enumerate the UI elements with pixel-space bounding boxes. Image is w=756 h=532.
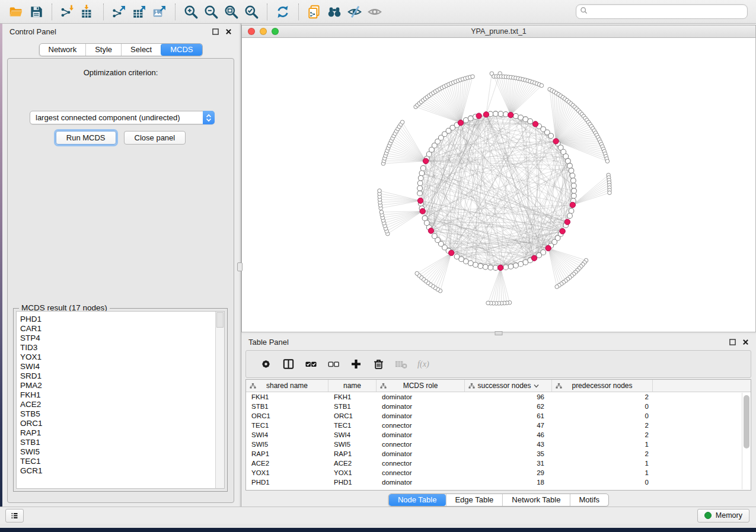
column-header-shared-name[interactable]: shared name <box>246 380 328 392</box>
table-scrollbar-thumb[interactable] <box>744 395 749 448</box>
list-item[interactable]: PMA2 <box>20 381 215 390</box>
export-image-icon[interactable] <box>149 2 170 21</box>
table-cell[interactable]: 62 <box>465 403 552 410</box>
list-item[interactable]: TEC1 <box>20 457 215 466</box>
table-cell[interactable]: FKH1 <box>246 393 328 400</box>
table-cell[interactable]: 1 <box>552 469 653 476</box>
table-row[interactable]: TEC1TEC1connector472 <box>246 421 751 430</box>
close-panel-button[interactable]: Close panel <box>124 131 186 145</box>
list-item[interactable]: TID3 <box>20 343 215 352</box>
tab-style[interactable]: Style <box>85 44 121 56</box>
table-cell[interactable]: 0 <box>552 412 653 419</box>
combo-stepper-icon[interactable] <box>203 111 215 124</box>
table-cell[interactable]: YOX1 <box>328 469 377 476</box>
float-table-panel-icon[interactable] <box>729 339 736 345</box>
table-cell[interactable]: PHD1 <box>328 479 377 486</box>
table-cell[interactable]: dominator <box>377 431 465 438</box>
delete-table-icon[interactable] <box>390 353 412 376</box>
table-cell[interactable]: connector <box>377 441 465 448</box>
show-eye-icon[interactable] <box>365 2 385 21</box>
list-item[interactable]: ACE2 <box>20 400 215 409</box>
table-cell[interactable]: TEC1 <box>328 422 377 429</box>
table-cell[interactable]: 35 <box>465 450 552 457</box>
table-cell[interactable]: connector <box>377 422 465 429</box>
table-cell[interactable]: SWI5 <box>246 441 328 448</box>
table-cell[interactable]: dominator <box>377 479 465 486</box>
result-scrollbar[interactable] <box>215 312 224 488</box>
binoculars-icon[interactable] <box>324 2 344 21</box>
horizontal-splitter-handle[interactable] <box>495 331 503 335</box>
table-cell[interactable]: connector <box>377 460 465 467</box>
zoom-selected-icon[interactable] <box>241 2 261 21</box>
table-cell[interactable]: 2 <box>552 422 653 429</box>
list-item[interactable]: ORC1 <box>20 419 215 428</box>
tab-motifs[interactable]: Motifs <box>569 494 608 506</box>
table-cell[interactable]: STB1 <box>246 403 328 410</box>
table-cell[interactable]: 47 <box>465 422 552 429</box>
mcds-result-list[interactable]: PHD1CAR1STP4TID3YOX1SWI4SRD1PMA2FKH1ACE2… <box>17 312 215 488</box>
list-item[interactable]: SWI5 <box>20 447 215 457</box>
table-cell[interactable]: FKH1 <box>328 393 377 400</box>
column-header-MCDS-role[interactable]: MCDS role <box>377 380 465 392</box>
fx-icon[interactable]: f(x) <box>412 353 435 376</box>
table-cell[interactable]: dominator <box>377 450 465 457</box>
table-cell[interactable]: 0 <box>552 479 653 486</box>
optimization-criterion-select[interactable]: largest connected component (undirected) <box>30 111 215 124</box>
table-cell[interactable]: STB1 <box>328 403 377 410</box>
trash-icon[interactable] <box>367 353 390 376</box>
table-cell[interactable]: TEC1 <box>246 422 328 429</box>
column-header-name[interactable]: name <box>328 380 377 392</box>
table-cell[interactable]: connector <box>377 469 465 476</box>
refresh-layout-icon[interactable] <box>273 2 293 21</box>
list-item[interactable]: PHD1 <box>20 315 215 324</box>
deselect-all-icon[interactable] <box>322 353 344 376</box>
tab-node-table[interactable]: Node Table <box>389 494 446 506</box>
search-box[interactable] <box>576 4 748 19</box>
list-item[interactable]: STB5 <box>20 409 215 419</box>
close-table-panel-icon[interactable] <box>742 339 749 345</box>
table-cell[interactable]: ORC1 <box>246 412 328 419</box>
table-row[interactable]: FKH1FKH1dominator962 <box>246 392 751 402</box>
column-header-successor-nodes[interactable]: successor nodes <box>465 380 552 392</box>
list-item[interactable]: SWI4 <box>20 362 215 371</box>
run-mcds-button[interactable]: Run MCDS <box>56 131 116 145</box>
table-scrollbar[interactable] <box>742 393 751 489</box>
table-cell[interactable]: 43 <box>465 441 552 448</box>
export-network-icon[interactable] <box>109 2 129 21</box>
table-cell[interactable]: RAP1 <box>246 450 328 457</box>
table-row[interactable]: RAP1RAP1dominator352 <box>246 449 751 459</box>
list-item[interactable]: RAP1 <box>20 428 215 438</box>
table-cell[interactable]: dominator <box>377 403 465 410</box>
tab-mcds[interactable]: MCDS <box>161 44 202 56</box>
table-cell[interactable]: ACE2 <box>246 460 328 467</box>
task-history-button[interactable] <box>5 509 24 523</box>
table-row[interactable]: STB1STB1dominator620 <box>246 402 751 411</box>
table-cell[interactable]: 2 <box>552 393 653 400</box>
table-row[interactable]: PHD1PHD1dominator180 <box>246 477 751 487</box>
zoom-out-icon[interactable] <box>201 2 221 21</box>
table-cell[interactable]: dominator <box>377 393 465 400</box>
zoom-fit-icon[interactable] <box>221 2 241 21</box>
table-cell[interactable]: 61 <box>465 412 552 419</box>
list-item[interactable]: YOX1 <box>20 352 215 362</box>
select-all-icon[interactable] <box>299 353 322 376</box>
search-input[interactable] <box>589 8 744 16</box>
column-view-icon[interactable] <box>277 353 299 376</box>
save-session-icon[interactable] <box>26 2 46 21</box>
hide-eye-icon[interactable] <box>344 2 365 21</box>
table-cell[interactable]: 31 <box>465 460 552 467</box>
float-panel-icon[interactable] <box>212 28 219 35</box>
table-cell[interactable]: 29 <box>465 469 552 476</box>
table-cell[interactable]: 2 <box>552 431 653 438</box>
table-cell[interactable]: SWI4 <box>328 431 377 438</box>
table-cell[interactable]: SWI4 <box>246 431 328 438</box>
vertical-splitter[interactable] <box>239 24 241 507</box>
table-row[interactable]: SWI4SWI4dominator462 <box>246 430 751 440</box>
table-cell[interactable]: 18 <box>465 479 552 486</box>
sort-chevron-icon[interactable] <box>534 382 539 390</box>
tab-edge-table[interactable]: Edge Table <box>445 494 502 506</box>
zoom-in-icon[interactable] <box>181 2 201 21</box>
table-cell[interactable]: 1 <box>552 460 653 467</box>
tab-select[interactable]: Select <box>121 44 161 56</box>
table-cell[interactable]: ACE2 <box>328 460 377 467</box>
